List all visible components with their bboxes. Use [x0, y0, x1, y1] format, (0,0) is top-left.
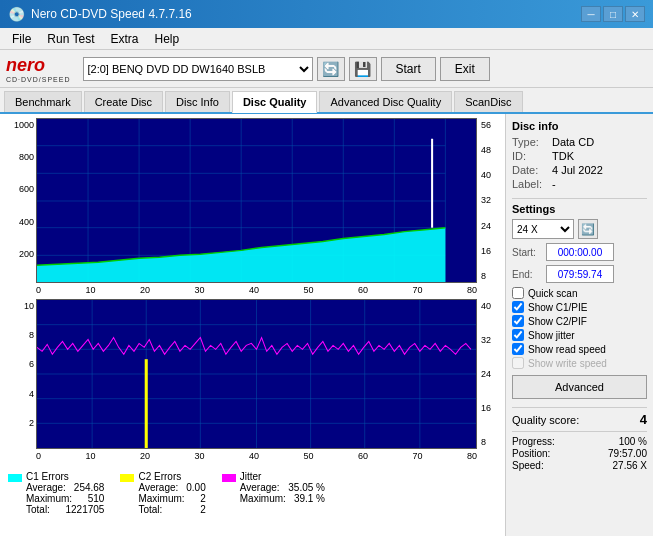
c2-stats: C2 Errors Average: 0.00 Maximum: 2 Total… [138, 471, 205, 515]
write-speed-label: Show write speed [528, 358, 607, 369]
settings-title: Settings [512, 203, 647, 215]
jitter-checkbox[interactable] [512, 329, 524, 341]
c1-avg-value: 254.68 [74, 482, 105, 493]
speed-refresh-icon[interactable]: 🔄 [578, 219, 598, 239]
y-upper-left-800: 800 [4, 152, 34, 162]
menu-help[interactable]: Help [147, 30, 188, 48]
c1pie-label: Show C1/PIE [528, 302, 587, 313]
write-speed-checkbox[interactable] [512, 357, 524, 369]
jitter-row: Show jitter [512, 329, 647, 341]
x-lower-20: 20 [140, 451, 150, 461]
y-upper-left-200: 200 [4, 249, 34, 259]
jitter-avg-row: Average: 35.05 % [240, 482, 325, 493]
tab-disc-quality[interactable]: Disc Quality [232, 91, 318, 113]
y-lower-left-8: 8 [4, 330, 34, 340]
y-lower-right-16: 16 [481, 403, 501, 413]
app-icon: 💿 [8, 6, 25, 22]
c1pie-row: Show C1/PIE [512, 301, 647, 313]
jitter-stats: Jitter Average: 35.05 % Maximum: 39.1 % [240, 471, 325, 504]
y-lower-right-32: 32 [481, 335, 501, 345]
start-label: Start: [512, 247, 542, 258]
menu-extra[interactable]: Extra [102, 30, 146, 48]
menu-file[interactable]: File [4, 30, 39, 48]
x-lower-60: 60 [358, 451, 368, 461]
x-upper-30: 30 [194, 285, 204, 295]
exit-button[interactable]: Exit [440, 57, 490, 81]
c1-label: C1 Errors [26, 471, 104, 482]
y-upper-right-16: 16 [481, 246, 501, 256]
disc-label-value: - [552, 178, 556, 190]
c2-total-row: Total: 2 [138, 504, 205, 515]
tab-scandisc[interactable]: ScanDisc [454, 91, 522, 112]
titlebar: 💿 Nero CD-DVD Speed 4.7.7.16 ─ □ ✕ [0, 0, 653, 28]
c1-max-value: 510 [88, 493, 105, 504]
logo-text: nero [6, 55, 71, 76]
end-input[interactable]: 079:59.74 [546, 265, 614, 283]
progress-row: Progress: 100 % [512, 436, 647, 447]
quick-scan-label: Quick scan [528, 288, 577, 299]
main-content: 1000 800 600 400 200 [0, 114, 653, 536]
disc-date-value: 4 Jul 2022 [552, 164, 603, 176]
y-upper-right-8: 8 [481, 271, 501, 281]
tab-create-disc[interactable]: Create Disc [84, 91, 163, 112]
right-panel: Disc info Type: Data CD ID: TDK Date: 4 … [505, 114, 653, 536]
tab-disc-info[interactable]: Disc Info [165, 91, 230, 112]
c2pif-row: Show C2/PIF [512, 315, 647, 327]
disc-date-label: Date: [512, 164, 548, 176]
maximize-button[interactable]: □ [603, 6, 623, 22]
advanced-button[interactable]: Advanced [512, 375, 647, 399]
progress-value: 100 % [619, 436, 647, 447]
y-upper-right-56: 56 [481, 120, 501, 130]
read-speed-checkbox[interactable] [512, 343, 524, 355]
close-button[interactable]: ✕ [625, 6, 645, 22]
c1-avg-row: Average: 254.68 [26, 482, 104, 493]
legend: C1 Errors Average: 254.68 Maximum: 510 T… [4, 467, 501, 519]
legend-c2: C2 Errors Average: 0.00 Maximum: 2 Total… [120, 471, 205, 515]
read-speed-label: Show read speed [528, 344, 606, 355]
c1-total-row: Total: 1221705 [26, 504, 104, 515]
save-icon[interactable]: 💾 [349, 57, 377, 81]
disc-id-value: TDK [552, 150, 574, 162]
c2-max-row: Maximum: 2 [138, 493, 205, 504]
divider-2 [512, 407, 647, 408]
x-lower-80: 80 [467, 451, 477, 461]
c2pif-checkbox[interactable] [512, 315, 524, 327]
y-lower-left-6: 6 [4, 359, 34, 369]
tab-benchmark[interactable]: Benchmark [4, 91, 82, 112]
quick-scan-checkbox[interactable] [512, 287, 524, 299]
c1pie-checkbox[interactable] [512, 301, 524, 313]
x-upper-40: 40 [249, 285, 259, 295]
titlebar-left: 💿 Nero CD-DVD Speed 4.7.7.16 [8, 6, 192, 22]
jitter-label: Jitter [240, 471, 325, 482]
refresh-icon[interactable]: 🔄 [317, 57, 345, 81]
x-lower-10: 10 [85, 451, 95, 461]
lower-chart-svg [37, 300, 476, 448]
y-lower-right-24: 24 [481, 369, 501, 379]
c1-total-label: Total: [26, 504, 50, 515]
progress-label: Progress: [512, 436, 555, 447]
x-lower-40: 40 [249, 451, 259, 461]
quality-score-value: 4 [640, 412, 647, 427]
disc-type-row: Type: Data CD [512, 136, 647, 148]
drive-selector[interactable]: [2:0] BENQ DVD DD DW1640 BSLB [83, 57, 313, 81]
speed-selector[interactable]: 24 X [512, 219, 574, 239]
c2pif-label: Show C2/PIF [528, 316, 587, 327]
x-upper-70: 70 [412, 285, 422, 295]
x-lower-50: 50 [303, 451, 313, 461]
tab-advanced-disc-quality[interactable]: Advanced Disc Quality [319, 91, 452, 112]
read-speed-row: Show read speed [512, 343, 647, 355]
x-upper-0: 0 [36, 285, 41, 295]
c2-label: C2 Errors [138, 471, 205, 482]
x-upper-10: 10 [85, 285, 95, 295]
menu-run-test[interactable]: Run Test [39, 30, 102, 48]
start-button[interactable]: Start [381, 57, 436, 81]
y-upper-right-24: 24 [481, 221, 501, 231]
c1-color [8, 474, 22, 482]
start-input[interactable]: 000:00.00 [546, 243, 614, 261]
c1-total-value: 1221705 [66, 504, 105, 515]
y-lower-right-8: 8 [481, 437, 501, 447]
legend-jitter: Jitter Average: 35.05 % Maximum: 39.1 % [222, 471, 325, 515]
jitter-color [222, 474, 236, 482]
minimize-button[interactable]: ─ [581, 6, 601, 22]
quality-score-label: Quality score: [512, 414, 579, 426]
